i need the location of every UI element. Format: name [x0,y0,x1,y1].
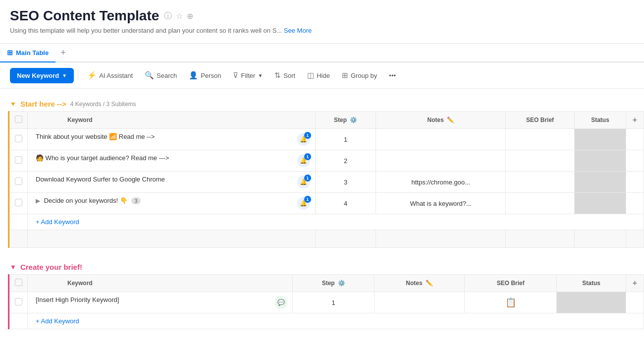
star-icon[interactable]: ☆ [176,11,183,21]
see-more-link[interactable]: See More [284,27,312,34]
tab-main-table[interactable]: ⊞ Main Table [0,44,55,62]
row3-notes-cell[interactable]: https://chrome.goo... [376,172,506,193]
g2-header-add-col[interactable]: + [626,275,644,292]
add-row-checkbox-cell [10,214,28,230]
table-row: ▶ Decide on your keywords! 👇 3 🔔 1 4 Wha… [10,193,644,214]
header-checkbox-col [10,112,28,129]
group1-add-row[interactable]: + Add Keyword [10,214,644,230]
row3-status-cell[interactable] [575,172,626,193]
group1-footer-row [10,230,644,248]
search-icon: 🔍 [145,71,154,80]
sort-button[interactable]: ⇅ Sort [269,67,300,83]
g2-row1-seo-brief-cell[interactable]: 📋 [465,292,557,313]
notes-pencil-icon: ✏️ [447,117,454,123]
dropdown-arrow-icon: ▼ [62,73,67,78]
group1-title: Start here --> [20,100,66,108]
row2-notification-badge: 1 [304,153,311,160]
ellipsis-icon: ••• [389,72,396,79]
g2-row1-step-cell: 1 [293,292,375,313]
row1-status-cell[interactable] [575,129,626,150]
row2-extra-cell [626,150,644,172]
row4-expand-icon[interactable]: ▶ [36,197,40,204]
row1-notes-cell [376,129,506,150]
add-keyword-cell[interactable]: + Add Keyword [28,214,644,230]
row1-extra-cell [626,129,644,150]
g2-row1-feedback-icon[interactable]: 💬 [274,296,287,309]
row4-subitems-badge: 3 [131,197,140,204]
sort-icon: ⇅ [274,71,281,80]
add-tab-button[interactable]: + [55,45,71,61]
filter-chevron-icon: ▼ [258,73,263,78]
ai-icon: ⚡ [87,71,97,80]
row1-notification-icon[interactable]: 🔔 1 [297,133,310,146]
g2-row1-checkbox[interactable] [15,298,22,305]
row3-checkbox[interactable] [15,178,22,185]
row2-checkbox-cell [10,150,28,172]
header-add-col[interactable]: + [626,112,644,129]
g2-row1-keyword-cell: [Insert High Priority Keyword] 💬 [28,292,293,313]
row2-checkbox[interactable] [15,156,22,164]
g2-header-notes: Notes ✏️ [374,275,464,292]
page-title-icons: ⓘ ☆ ⊕ [164,11,193,21]
header-status: Status [575,112,626,129]
row1-checkbox[interactable] [15,135,22,142]
row2-step-cell: 2 [315,150,376,172]
row4-extra-cell [626,193,644,214]
row2-notification-icon[interactable]: 🔔 1 [297,154,310,167]
group1-header[interactable]: ▼ Start here --> 4 Keywords / 3 Subitems [0,97,644,111]
toolbar: New Keyword ▼ ⚡ AI Assistant 🔍 Search 👤 … [0,62,644,89]
person-button[interactable]: 👤 Person [184,67,226,83]
add-column-icon[interactable]: + [633,116,637,124]
feedback-icon[interactable]: ⊕ [187,11,193,21]
row4-status-cell[interactable] [575,193,626,214]
row4-seo-brief-cell [506,193,575,214]
g2-add-keyword-cell[interactable]: + Add Keyword [28,313,644,329]
group2-add-row[interactable]: + Add Keyword [10,313,644,329]
row1-checkbox-cell [10,129,28,150]
header-checkbox[interactable] [15,116,22,123]
row2-notes-cell [376,150,506,172]
row3-notification-badge: 1 [304,175,311,181]
row3-seo-brief-cell [506,172,575,193]
info-icon[interactable]: ⓘ [164,11,172,21]
row4-checkbox[interactable] [15,199,22,206]
g2-row1-status-cell[interactable] [557,292,626,313]
group1-meta: 4 Keywords / 3 Subitems [70,101,136,108]
group2-chevron-icon: ▼ [10,263,16,271]
search-button[interactable]: 🔍 Search [140,67,182,83]
more-options-button[interactable]: ••• [384,68,401,83]
row3-step-cell: 3 [315,172,376,193]
header-notes: Notes ✏️ [376,112,506,129]
hide-button[interactable]: ◫ Hide [302,67,335,83]
header-seo-brief: SEO Brief [506,112,575,129]
group2-title: Create your brief! [20,263,82,271]
g2-header-status: Status [557,275,626,292]
row4-notification-icon[interactable]: 🔔 1 [297,197,310,210]
g2-row1-seo-brief-icon: 📋 [505,298,516,307]
header-step: Step ⚙️ [315,112,376,129]
ai-assistant-button[interactable]: ⚡ AI Assistant [82,67,138,83]
step-settings-icon: ⚙️ [350,117,357,123]
row4-step-cell: 4 [315,193,376,214]
row1-seo-brief-cell [506,129,575,150]
row2-status-cell[interactable] [575,150,626,172]
row4-checkbox-cell [10,193,28,214]
table-row: Download Keyword Surfer to Google Chrome… [10,172,644,193]
table-row: Think about your website 📶 Read me --> 🔔… [10,129,644,150]
person-icon: 👤 [189,71,198,80]
row4-notes-cell: What is a keyword?... [376,193,506,214]
g2-header-step: Step ⚙️ [293,275,375,292]
group2-header[interactable]: ▼ Create your brief! [0,260,644,274]
g2-header-checkbox[interactable] [15,279,22,286]
tabs-row: ⊞ Main Table + [0,44,644,62]
table-icon: ⊞ [7,49,13,57]
new-keyword-button[interactable]: New Keyword ▼ [10,68,74,83]
g2-step-settings-icon: ⚙️ [338,280,345,287]
row1-keyword-cell: Think about your website 📶 Read me --> 🔔… [28,129,316,150]
filter-icon: ⊽ [233,71,238,80]
group-by-button[interactable]: ⊞ Group by [337,67,382,83]
filter-button[interactable]: ⊽ Filter ▼ [228,67,268,83]
row3-notification-icon[interactable]: 🔔 1 [297,176,310,188]
g2-add-column-icon[interactable]: + [633,279,637,287]
g2-row1-extra-cell [626,292,644,313]
